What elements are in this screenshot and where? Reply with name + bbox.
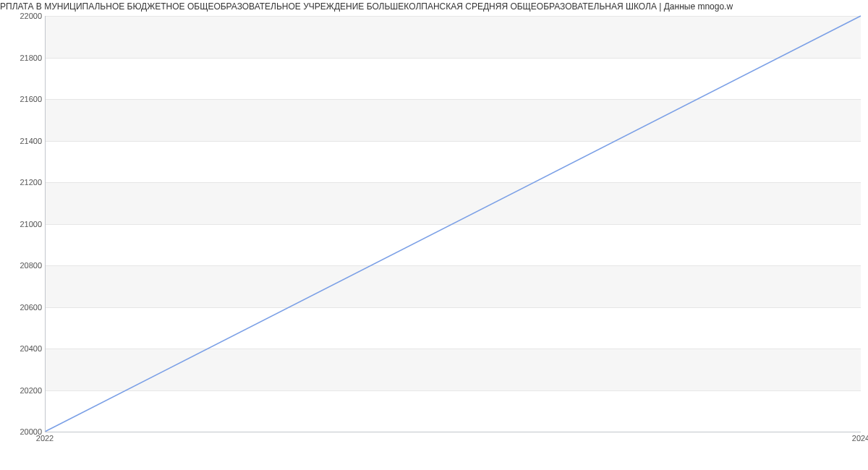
chart-title: РПЛАТА В МУНИЦИПАЛЬНОЕ БЮДЖЕТНОЕ ОБЩЕОБР…	[0, 1, 868, 12]
ytick-label: 21000	[6, 220, 42, 228]
ytick-label: 21800	[6, 54, 42, 62]
x-axis-line	[45, 432, 861, 432]
ytick-label: 20400	[6, 344, 42, 353]
ytick-label: 20800	[6, 261, 42, 270]
y-axis-line	[45, 16, 46, 432]
plot-area	[45, 16, 861, 432]
xtick-label: 2022	[36, 434, 54, 443]
xtick-label: 2024	[852, 434, 868, 443]
ytick-label: 21600	[6, 95, 42, 103]
ytick-label: 22000	[6, 12, 42, 20]
ytick-label: 21400	[6, 137, 42, 145]
ytick-label: 21200	[6, 178, 42, 187]
series-line	[45, 16, 861, 432]
ytick-label: 20200	[6, 386, 42, 395]
ytick-label: 20600	[6, 303, 42, 312]
line-series	[45, 16, 861, 432]
